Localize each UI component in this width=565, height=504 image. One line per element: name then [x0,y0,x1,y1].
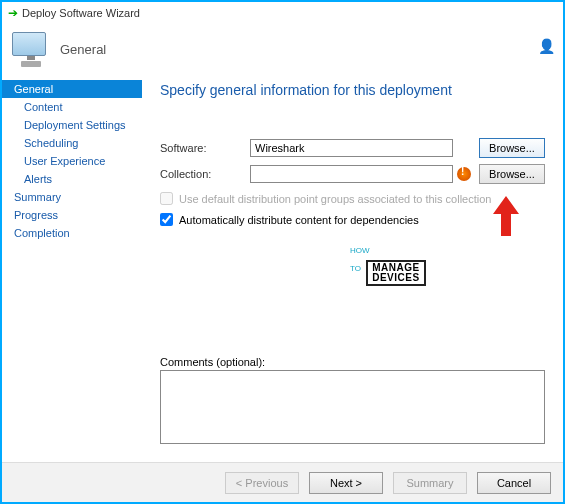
collection-browse-button[interactable]: Browse... [479,164,545,184]
sidebar-item-alerts[interactable]: Alerts [2,170,142,188]
auto-dist-checkbox[interactable] [160,213,173,226]
computer-icon [12,32,50,66]
comments-textarea[interactable] [160,370,545,444]
sidebar-item-content[interactable]: Content [2,98,142,116]
software-input[interactable] [250,139,453,157]
sidebar-item-completion[interactable]: Completion [2,224,142,242]
comments-label: Comments (optional): [160,356,545,368]
cancel-button[interactable]: Cancel [477,472,551,494]
title-bar: ➔ Deploy Software Wizard [2,2,563,24]
default-dist-label: Use default distribution point groups as… [179,193,491,205]
sidebar-item-progress[interactable]: Progress [2,206,142,224]
header-section-title: General [60,42,106,57]
collection-label: Collection: [160,168,250,180]
collection-input[interactable] [250,165,453,183]
software-browse-button[interactable]: Browse... [479,138,545,158]
sidebar-item-scheduling[interactable]: Scheduling [2,134,142,152]
default-dist-row: Use default distribution point groups as… [160,192,545,205]
default-dist-checkbox [160,192,173,205]
user-icon[interactable]: 👤 [538,38,555,54]
sidebar-item-summary[interactable]: Summary [2,188,142,206]
sidebar-item-deployment-settings[interactable]: Deployment Settings [2,116,142,134]
sidebar-item-general[interactable]: General [2,80,142,98]
page-title: Specify general information for this dep… [160,82,545,98]
sidebar-item-user-experience[interactable]: User Experience [2,152,142,170]
app-arrow-icon: ➔ [8,6,18,20]
wizard-header: General 👤 [2,24,563,74]
software-label: Software: [160,142,250,154]
wizard-main: Specify general information for this dep… [142,74,563,462]
warning-icon [457,167,471,181]
watermark: HOWTO MANAGEDEVICES [350,239,426,286]
next-button[interactable]: Next > [309,472,383,494]
auto-dist-label: Automatically distribute content for dep… [179,214,419,226]
window-title: Deploy Software Wizard [22,7,140,19]
wizard-sidebar: General Content Deployment Settings Sche… [2,74,142,462]
previous-button: < Previous [225,472,299,494]
auto-dist-row[interactable]: Automatically distribute content for dep… [160,213,545,226]
summary-button: Summary [393,472,467,494]
wizard-footer: < Previous Next > Summary Cancel [2,462,563,502]
